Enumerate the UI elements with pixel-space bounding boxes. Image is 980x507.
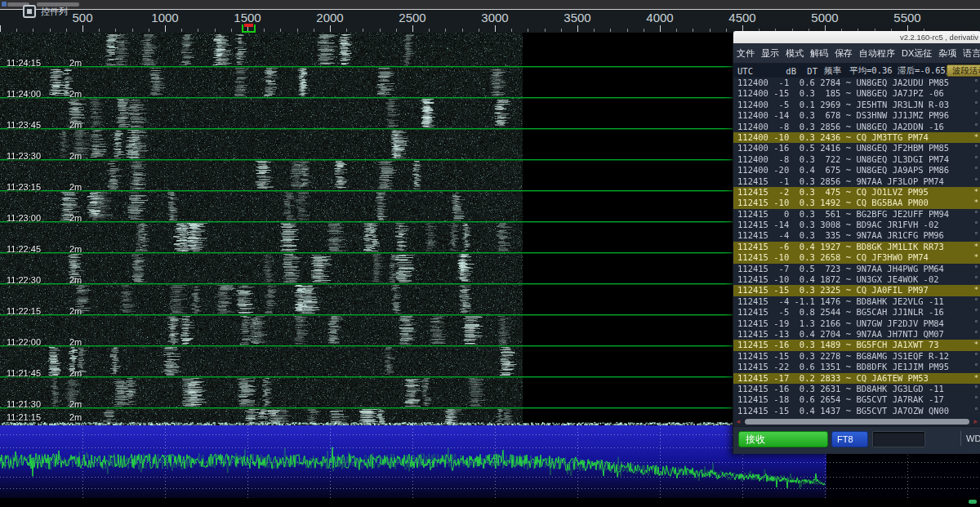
edge-mark: ° <box>972 88 980 99</box>
decode-row[interactable]: 112415 -19 1.3 2166 ~ UN7GW JF2DJV PM84 … <box>733 318 980 329</box>
menu-item[interactable]: 自动程序 <box>856 47 898 60</box>
menu-item[interactable]: 文件 <box>733 47 758 60</box>
decode-row[interactable]: 112415 -15 0.3 2278 ~ BG8AMG JS1EQF R-12… <box>733 351 980 362</box>
menu-item[interactable]: 杂项 <box>935 47 960 60</box>
decode-row[interactable]: 112415 -2 0.3 475 ~ CQ JO1LVZ PM95 * <box>733 187 980 198</box>
frequency-label: 5000 <box>811 11 838 24</box>
decode-text: 112415 -13 0.4 2704 ~ 9N7AA JH7NTJ QM07 <box>733 329 972 340</box>
decode-row[interactable]: 112400 -8 0.3 722 ~ UN8GEQ JL3DGI PM74 ° <box>733 154 980 165</box>
menu-item[interactable]: 解码 <box>807 47 831 60</box>
decode-text: 112400 -8 0.3 722 ~ UN8GEQ JL3DGI PM74 <box>733 154 972 165</box>
controls-label: 控件列 <box>41 6 68 18</box>
edge-mark: * <box>972 242 980 252</box>
decode-row[interactable]: 112415 -10 0.3 1492 ~ CQ BG5BAA PM00 * <box>733 198 980 208</box>
decode-row[interactable]: 112415 -22 0.6 1351 ~ BD8DFK JE1JIM PM95… <box>733 362 980 372</box>
scrollbar-thumb[interactable] <box>745 419 969 425</box>
controls-checkbox[interactable]: 控件列 <box>23 5 68 18</box>
decode-row[interactable]: 112400 -15 0.3 185 ~ UN8GEQ JA7JPZ -06 ° <box>733 88 980 99</box>
band-activity-button[interactable]: 波段活动 <box>947 64 980 77</box>
decode-row[interactable]: 112400 -5 0.1 2969 ~ JE5HTN JR3LJN R-03 … <box>733 100 980 110</box>
decode-text: 112415 -22 0.6 1351 ~ BD8DFK JE1JIM PM95 <box>733 362 972 372</box>
edge-mark: * <box>972 373 980 384</box>
menu-item[interactable]: 模式 <box>782 47 807 60</box>
edge-mark: * <box>972 187 980 198</box>
decode-text: 112415 -14 0.3 3008 ~ BD9AC JR1FVH -02 <box>733 220 972 230</box>
decode-row[interactable]: 112415 -16 0.3 1489 ~ BG5FCH JA1XWT 73 * <box>733 340 980 350</box>
decode-row[interactable]: 112400 -1 0.6 2784 ~ UN8GEQ JA2UDU PM85 … <box>733 78 980 88</box>
edge-mark: ° <box>972 264 980 274</box>
frequency-label: 500 <box>72 11 92 24</box>
decode-row[interactable]: 112400 -10 0.3 2436 ~ CQ JM3TTG PM74 * <box>733 132 980 143</box>
menu-item[interactable]: 语言 <box>960 47 980 60</box>
receive-button[interactable]: 接收 <box>738 431 828 447</box>
decode-text: 112415 -7 0.5 723 ~ 9N7AA JH4PWG PM64 <box>733 264 972 274</box>
menu-item[interactable]: 保存 <box>831 47 856 60</box>
edge-mark: * <box>972 285 980 296</box>
frequency-scale-bar[interactable]: 5001000150020002500300035004000450050005… <box>0 10 980 33</box>
decode-row[interactable]: 112415 -10 0.3 2658 ~ CQ JF3HWO PM74 * <box>733 252 980 263</box>
edge-mark: ° <box>972 296 980 307</box>
decode-row[interactable]: 112415 -7 0.5 723 ~ 9N7AA JH4PWG PM64 ° <box>733 264 980 274</box>
decode-row[interactable]: 112415 -13 0.4 2704 ~ 9N7AA JH7NTJ QM07 … <box>733 329 980 340</box>
edge-mark: * <box>972 340 980 350</box>
edge-mark: ° <box>972 122 980 132</box>
decode-row[interactable]: 112400 -20 0.4 675 ~ UN8GEQ JA9APS PM86 … <box>733 165 980 176</box>
menu-item[interactable]: 显示 <box>758 47 782 60</box>
decode-row[interactable]: 112415 -6 0.4 1927 ~ BD8GK JM1LIK RR73 * <box>733 242 980 252</box>
decode-row[interactable]: 112415 -4 -1.1 1476 ~ BD8AHK JE2VLG -11 … <box>733 296 980 307</box>
frequency-label: 3500 <box>564 11 590 24</box>
decode-row[interactable]: 112400 -8 0.3 2856 ~ UN8GEQ JA2DDN -16 ° <box>733 122 980 132</box>
edge-mark: ° <box>972 274 980 285</box>
decode-text: 112415 -4 -1.1 1476 ~ BD8AHK JE2VLG -11 <box>733 296 972 307</box>
decode-row[interactable]: 112415 -1 0.3 2856 ~ 9N7AA JF3LOP PM74 ° <box>733 176 980 187</box>
decode-row[interactable]: 112400 -16 0.5 2416 ~ UN8GEQ JF2HBM PM85… <box>733 143 980 153</box>
decode-text: 112400 -1 0.6 2784 ~ UN8GEQ JA2UDU PM85 <box>733 78 972 88</box>
decode-row[interactable]: 112415 -14 0.3 3008 ~ BD9AC JR1FVH -02 ° <box>733 220 980 230</box>
window-title: v2.2.160-rc5 , derivativ <box>900 33 978 42</box>
bottom-bar: 接收 FT8 WD 6分 <box>733 426 980 453</box>
decode-row[interactable]: 112415 -16 0.3 2631 ~ BD8AHK JG3LGD -11 … <box>733 384 980 394</box>
edge-mark: * <box>972 132 980 143</box>
col-db: dB <box>775 66 796 76</box>
decode-text: 112415 -16 0.3 1489 ~ BG5FCH JA1XWT 73 <box>733 340 972 350</box>
scroll-left-arrow-icon[interactable]: ◄ <box>733 417 743 426</box>
edge-mark: ° <box>972 307 980 318</box>
window-titlebar[interactable]: v2.2.160-rc5 , derivativ <box>733 31 980 43</box>
rx-tx-frequency-marker[interactable] <box>242 24 256 33</box>
decode-row[interactable]: 112415 -10 0.4 1872 ~ UN3GX JE4WOK -02 ° <box>733 274 980 285</box>
edge-mark: ° <box>972 351 980 362</box>
col-freq: 频率 <box>817 65 841 77</box>
frequency-label: 2000 <box>316 11 343 24</box>
decode-text: 112415 -6 0.4 1927 ~ BD8GK JM1LIK RR73 <box>733 242 972 252</box>
mode-button[interactable]: FT8 <box>831 431 868 447</box>
frequency-label: 4500 <box>728 11 755 24</box>
corner-indicator <box>969 500 977 504</box>
horizontal-scrollbar[interactable]: ◄ ► <box>733 417 980 426</box>
decode-row[interactable]: 112400 -14 0.3 678 ~ DS3HNW JJ1JMZ PM96 … <box>733 110 980 121</box>
decode-row[interactable]: 112415 -15 0.3 2325 ~ CQ JA0FIL PM97 * <box>733 285 980 296</box>
decode-text: 112415 -17 0.2 2833 ~ CQ JA6TEW PM53 <box>733 373 972 384</box>
decode-row[interactable]: 112415 -5 0.8 2544 ~ BG5CAH JJ1NLR -16 ° <box>733 307 980 318</box>
decode-text: 112400 -10 0.3 2436 ~ CQ JM3TTG PM74 <box>733 132 972 143</box>
edge-mark: ° <box>972 176 980 187</box>
frequency-label: 3000 <box>481 11 508 24</box>
edge-mark: * <box>972 198 980 208</box>
decode-row[interactable]: 112415 0 0.3 561 ~ BG2BFG JE2UFF PM94 ° <box>733 209 980 220</box>
decode-row[interactable]: 112415 -18 0.6 2654 ~ BG5CVT JA7RAK -17 … <box>733 394 980 405</box>
decode-list[interactable]: 112400 -1 0.6 2784 ~ UN8GEQ JA2UDU PM85 … <box>733 78 980 417</box>
app-icon <box>2 2 7 7</box>
window-title-strip[interactable] <box>0 0 980 10</box>
scroll-right-arrow-icon[interactable]: ► <box>971 417 980 426</box>
menubar: 文件显示模式解码保存自动程序DX远征杂项语言帮助 <box>733 43 980 64</box>
col-utc: UTC <box>733 66 775 76</box>
frequency-field[interactable] <box>872 431 925 447</box>
decode-row[interactable]: 112415 -4 0.3 335 ~ 9N7AA JR1CFG PM96 ° <box>733 230 980 241</box>
menu-item[interactable]: DX远征 <box>898 47 935 60</box>
decode-row[interactable]: 112415 -17 0.2 2833 ~ CQ JA6TEW PM53 * <box>733 373 980 384</box>
watchdog-label: WD 6分 <box>960 431 980 446</box>
decode-row[interactable]: 112415 -15 0.4 1437 ~ BG5CVT JA7OZW QN00… <box>733 406 980 416</box>
decode-text: 112415 -10 0.4 1872 ~ UN3GX JE4WOK -02 <box>733 274 972 285</box>
decode-text: 112415 -15 0.4 1437 ~ BG5CVT JA7OZW QN00 <box>733 406 972 416</box>
edge-mark: ° <box>972 406 980 416</box>
edge-mark: ° <box>972 110 980 121</box>
